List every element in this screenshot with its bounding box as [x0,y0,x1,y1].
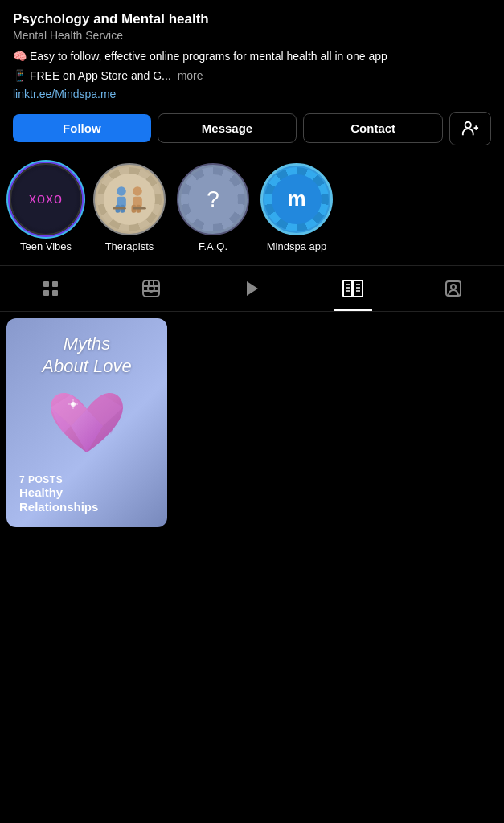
faq-label: F.A.Q. [199,240,227,252]
svg-point-3 [117,186,126,196]
myths-card-wrapper[interactable]: MythsAbout Love [6,318,167,527]
myths-card[interactable]: MythsAbout Love [6,318,167,527]
add-person-icon [461,120,479,137]
message-button[interactable]: Message [158,113,297,143]
svg-point-36 [72,403,75,406]
crystal-heart-svg [43,382,131,462]
profile-category: Mental Health Service [13,29,491,42]
svg-rect-14 [52,281,58,287]
guide-icon [342,279,363,298]
svg-rect-15 [43,290,49,296]
svg-rect-13 [43,281,49,287]
faq-circle: ? [177,163,249,235]
tab-guide[interactable] [302,266,403,311]
svg-point-0 [465,121,471,127]
profile-name: Psychology and Mental health [13,11,491,27]
mindspa-inner: m [272,174,322,224]
content-area: MythsAbout Love [0,312,504,534]
svg-point-7 [133,186,142,196]
therapists-circle [93,163,166,235]
nav-tabs [0,265,504,312]
profile-bio-line2: 📱 FREE on App Store and G... more [13,68,491,84]
highlight-therapists[interactable]: Therapists [93,163,166,252]
scallop-inner [104,174,155,225]
faq-inner: ? [188,174,238,224]
teen-vibes-circle: xoxo [10,163,82,235]
mindspa-circle: m [260,163,333,235]
reels-icon [141,279,161,298]
profile-bio-line1: 🧠 Easy to follow, effective online progr… [13,48,491,64]
tab-play[interactable] [202,266,302,311]
profile-section: Psychology and Mental health Mental Heal… [0,0,504,155]
svg-point-34 [451,285,456,289]
svg-rect-24 [343,280,352,297]
heart-crystal [19,382,154,462]
svg-rect-17 [143,280,159,297]
svg-rect-12 [133,207,146,210]
highlight-faq[interactable]: ? F.A.Q. [177,163,249,252]
bio-more-link[interactable]: more [178,69,203,82]
faq-scallop: ? [181,167,245,231]
add-friend-button[interactable] [449,112,491,145]
contact-button[interactable]: Contact [303,113,443,143]
therapist-svg [109,179,150,219]
grid-icon [41,279,60,298]
teen-vibes-label: Teen Vibes [20,240,72,252]
tab-grid[interactable] [0,266,100,311]
card-subtitle: HealthyRelationships [19,485,154,514]
action-buttons: Follow Message Contact [13,112,491,145]
profile-link[interactable]: linktr.ee/Mindspa.me [13,88,491,100]
play-icon [243,279,262,298]
follow-button[interactable]: Follow [13,114,151,142]
card-footer: 7 POSTS HealthyRelationships [19,474,154,514]
tab-tagged[interactable] [404,266,504,311]
highlights-section: xoxo Teen Vibes [0,155,504,256]
svg-rect-11 [113,207,126,210]
xoxo-text: xoxo [29,190,63,207]
tab-reels[interactable] [100,266,201,311]
myths-card-title: MythsAbout Love [19,333,154,379]
highlight-mindspa[interactable]: m Mindspa app [260,163,333,252]
posts-count: 7 POSTS [19,474,154,485]
scallop-border [97,167,162,231]
highlight-teen-vibes[interactable]: xoxo Teen Vibes [10,163,82,252]
mindspa-label: Mindspa app [267,240,326,252]
svg-rect-25 [354,280,363,297]
svg-marker-23 [247,281,258,296]
person-icon [444,279,463,298]
therapists-label: Therapists [105,240,154,252]
mindspa-scallop: m [264,167,329,231]
svg-rect-16 [52,290,58,296]
